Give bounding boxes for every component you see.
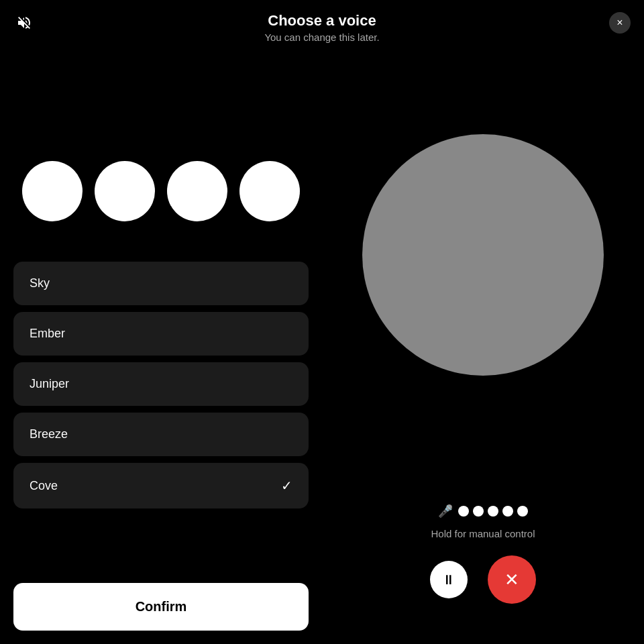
circle-2: [95, 161, 155, 221]
close-call-icon: ✕: [504, 570, 519, 590]
audio-dot-3: [488, 506, 498, 517]
voice-item-cove[interactable]: Cove✓: [13, 463, 309, 508]
end-call-button[interactable]: ✕: [488, 555, 536, 604]
audio-dot-4: [502, 506, 513, 517]
audio-dots: [458, 506, 528, 517]
voice-label: Sky: [30, 276, 50, 290]
audio-row: 🎤: [438, 504, 528, 519]
circle-1: [22, 161, 83, 221]
controls-row: ⏸ ✕: [430, 555, 536, 604]
circle-3: [167, 161, 227, 221]
pause-icon: ⏸: [442, 572, 455, 588]
voice-label: Juniper: [30, 377, 69, 391]
audio-dot-1: [458, 506, 469, 517]
right-panel: 🎤 Hold for manual control ⏸ ✕: [322, 0, 644, 644]
hold-text: Hold for manual control: [431, 528, 535, 539]
voice-label: Breeze: [30, 427, 68, 441]
voice-item-ember[interactable]: Ember: [13, 312, 309, 356]
voice-item-sky[interactable]: Sky: [13, 262, 309, 305]
microphone-icon: 🎤: [438, 504, 453, 519]
voice-label: Ember: [30, 327, 65, 341]
audio-dot-5: [517, 506, 528, 517]
selected-checkmark: ✓: [281, 478, 292, 494]
audio-dot-2: [473, 506, 484, 517]
left-panel: SkyEmberJuniperBreezeCove✓: [0, 0, 322, 644]
pause-button[interactable]: ⏸: [430, 561, 468, 598]
circles-row: [22, 161, 300, 221]
voice-avatar: [362, 134, 604, 376]
voice-list: SkyEmberJuniperBreezeCove✓: [13, 262, 309, 508]
voice-label: Cove: [30, 479, 58, 493]
confirm-button[interactable]: Confirm: [13, 583, 309, 631]
right-bottom: 🎤 Hold for manual control ⏸ ✕: [430, 504, 536, 604]
circle-4: [239, 161, 300, 221]
voice-item-juniper[interactable]: Juniper: [13, 362, 309, 406]
voice-item-breeze[interactable]: Breeze: [13, 413, 309, 456]
